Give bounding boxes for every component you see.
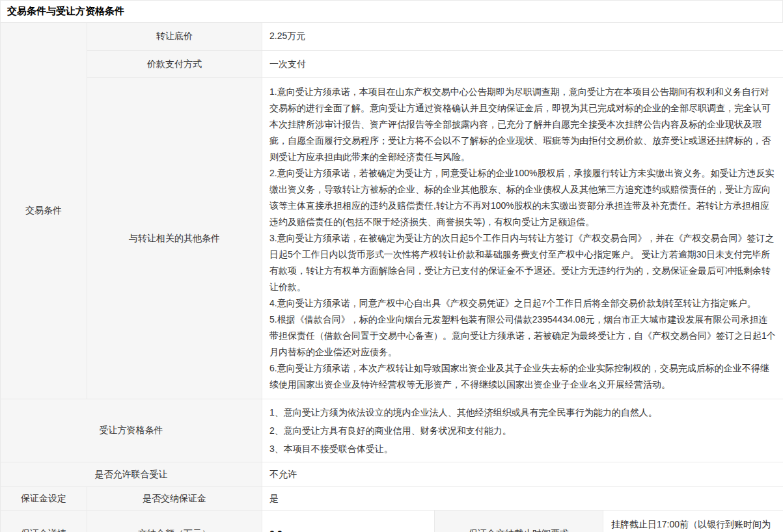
condition-item-5: 5.根据《借款合同》，标的企业向烟台元发塑料包装有限公司借款23954434.0… [269,312,776,360]
group-cell-deposit-detail: 保证金详情 [1,511,87,532]
table-row: 价款支付方式 一次支付 [1,51,783,78]
value-qualifications: 1、意向受让方须为依法设立的境内企业法人、其他经济组织或具有完全民事行为能力的自… [262,399,783,462]
condition-item-2: 2.意向受让方须承诺，若被确定为受让方，同意受让标的企业100%股权后，承接履行… [269,165,776,230]
label-other-conditions: 与转让相关的其他条件 [87,78,262,399]
table-row: 受让方资格条件 1、意向受让方须为依法设立的境内企业法人、其他经济组织或具有完全… [1,399,783,462]
qualification-item-3: 3、本项目不接受联合体受让。 [269,440,776,458]
value-other-conditions: 1.意向受让方须承诺，本项目在山东产权交易中心公告期即为尽职调查期，意向受让方在… [262,78,783,399]
value-base-price: 2.25万元 [262,23,783,51]
qualification-item-2: 2、意向受让方具有良好的商业信用、财务状况和支付能力。 [269,421,776,440]
label-payment-method: 价款支付方式 [87,51,262,78]
section-title: 交易条件与受让方资格条件 [0,0,783,22]
label-qualifications: 受让方资格条件 [1,399,262,462]
label-deposit-required: 是否交纳保证金 [87,487,262,511]
group-cell-trade-conditions: 交易条件 [1,23,87,399]
transaction-conditions-panel: 交易条件与受让方资格条件 交易条件 转让底价 2.25万元 价款支付方式 一次支… [0,0,783,532]
conditions-table: 交易条件 转让底价 2.25万元 价款支付方式 一次支付 与转让相关的其他条件 … [0,22,783,532]
table-row: 交易条件 转让底价 2.25万元 [1,23,783,51]
label-deposit-deadline: 保证金交纳截止时间要求 [435,511,603,532]
table-row: 是否允许联合受让 不允许 [1,462,783,487]
table-row: 与转让相关的其他条件 1.意向受让方须承诺，本项目在山东产权交易中心公告期即为尽… [1,78,783,399]
condition-item-3: 3.意向受让方须承诺，在被确定为受让方的次日起5个工作日内与转让方签订《产权交易… [269,230,776,295]
condition-item-1: 1.意向受让方须承诺，本项目在山东产权交易中心公告期即为尽职调查期，意向受让方在… [269,84,776,165]
group-cell-deposit-setting: 保证金设定 [1,487,87,511]
table-row: 保证金设定 是否交纳保证金 是 [1,487,783,511]
label-joint-transfer: 是否允许联合受让 [1,462,262,487]
condition-item-6: 6.意向受让方须承诺，本次产权转让如导致国家出资企业及其子企业失去标的企业实际控… [269,360,776,393]
qualification-item-1: 1、意向受让方须为依法设立的境内企业法人、其他经济组织或具有完全民事行为能力的自… [269,403,776,421]
label-base-price: 转让底价 [87,23,262,51]
table-row: 保证金详情 交纳金额（万元） 0.6 保证金交纳截止时间要求 挂牌截止日17:0… [1,511,783,532]
condition-item-4: 4.意向受让方须承诺，同意产权中心自出具《产权交易凭证》之日起7个工作日后将全部… [269,295,776,312]
value-deposit-required: 是 [262,487,783,511]
value-deposit-amount: 0.6 [262,511,435,532]
value-deposit-deadline: 挂牌截止日17:00前（以银行到账时间为准） [603,511,783,532]
value-payment-method: 一次支付 [262,51,783,78]
value-joint-transfer: 不允许 [262,462,783,487]
label-deposit-amount: 交纳金额（万元） [87,511,262,532]
